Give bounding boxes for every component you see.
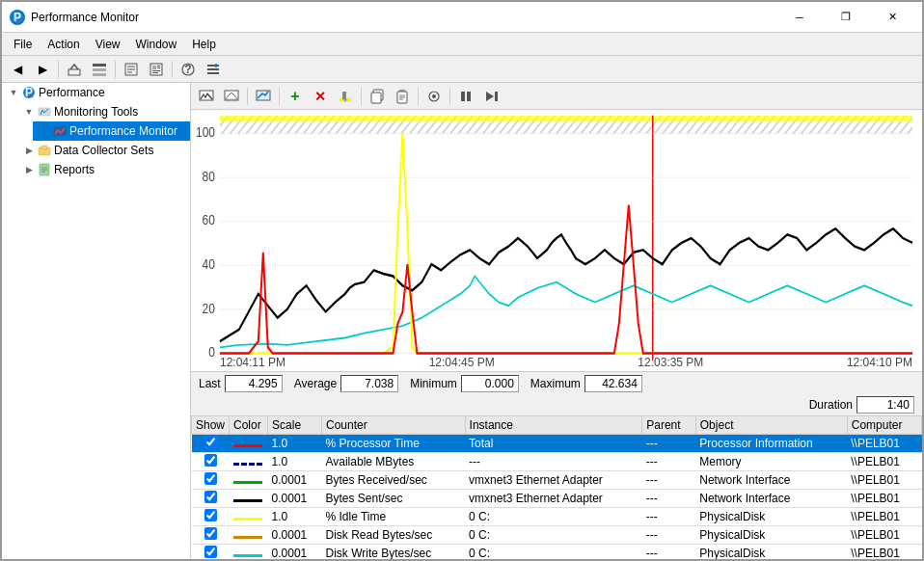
row-instance: ---	[465, 453, 642, 471]
close-button[interactable]: ✕	[870, 2, 914, 33]
minimize-button[interactable]: ─	[777, 2, 822, 33]
view-current-button[interactable]	[252, 86, 275, 107]
menu-view[interactable]: View	[88, 36, 128, 53]
show-hide-button[interactable]	[88, 59, 111, 80]
row-show[interactable]	[192, 471, 230, 490]
svg-rect-12	[157, 66, 160, 67]
x-label-3: 12:04:10 PM	[847, 356, 912, 369]
root-expand-icon[interactable]: ▼	[6, 88, 21, 97]
main-toolbar: ◀ ▶ ?	[2, 56, 922, 83]
data-collector-expand-icon[interactable]: ▶	[21, 146, 37, 155]
row-scale: 0.0001	[268, 526, 322, 545]
row-parent: ---	[642, 526, 696, 545]
help-button[interactable]: ?	[177, 59, 200, 80]
table-row[interactable]: 0.0001 Bytes Sent/sec vmxnet3 Ethernet A…	[192, 490, 922, 508]
row-object: PhysicalDisk	[695, 508, 847, 526]
row-computer: \\PELB01	[847, 471, 921, 490]
row-instance: vmxnet3 Ethernet Adapter	[465, 490, 642, 508]
col-instance: Instance	[465, 416, 642, 435]
menu-action[interactable]: Action	[40, 36, 87, 53]
perfmon-toolbar: + ✕	[191, 83, 922, 110]
delete-counter-button[interactable]: ✕	[309, 86, 332, 107]
row-counter: Disk Read Bytes/sec	[321, 526, 465, 545]
row-parent: ---	[642, 545, 696, 562]
sidebar-item-performance-monitor[interactable]: Performance Monitor	[33, 121, 190, 141]
sidebar-performance-monitor-label: Performance Monitor	[69, 124, 177, 138]
row-show[interactable]	[192, 545, 230, 562]
sidebar-root-label: Performance	[39, 86, 105, 99]
add-counter-button[interactable]: +	[284, 86, 307, 107]
svg-rect-33	[41, 146, 47, 149]
row-color	[230, 526, 268, 545]
row-counter: % Processor Time	[321, 435, 465, 453]
maximize-button[interactable]: ❐	[824, 2, 868, 33]
row-show[interactable]	[192, 435, 230, 453]
data-collector-sets-icon	[37, 143, 52, 158]
row-parent: ---	[642, 435, 696, 453]
row-parent: ---	[642, 471, 696, 490]
table-row[interactable]: 0.0001 Disk Read Bytes/sec 0 C: --- Phys…	[192, 526, 922, 545]
svg-rect-20	[207, 72, 219, 74]
x-label-0: 12:04:11 PM	[220, 356, 285, 369]
forward-button[interactable]: ▶	[31, 59, 54, 80]
row-color	[230, 508, 268, 526]
row-computer: \\PELB01	[847, 435, 921, 453]
svg-rect-11	[152, 66, 156, 69]
menu-help[interactable]: Help	[184, 36, 224, 53]
up-button[interactable]	[63, 59, 86, 80]
col-computer: Computer	[847, 416, 921, 435]
monitoring-tools-expand-icon[interactable]: ▼	[21, 107, 37, 117]
copy-button[interactable]	[366, 86, 389, 107]
table-row[interactable]: 1.0 % Idle Time 0 C: --- PhysicalDisk \\…	[192, 508, 922, 526]
sidebar-monitoring-tools-label: Monitoring Tools	[54, 105, 138, 119]
reports-expand-icon[interactable]: ▶	[21, 165, 37, 174]
sidebar-item-monitoring-tools[interactable]: ▼ Monitoring Tools	[17, 102, 190, 121]
row-object: Processor Information	[695, 435, 847, 453]
sidebar: ▼ P Performance ▼ Monitoring Tools	[2, 83, 191, 561]
properties-button[interactable]	[202, 59, 225, 80]
sidebar-item-reports[interactable]: ▶ Reports	[17, 160, 190, 179]
report-view-button[interactable]	[145, 59, 168, 80]
sidebar-root[interactable]: ▼ P Performance	[2, 83, 190, 102]
new-counter-set-button[interactable]	[195, 86, 218, 107]
svg-text:40: 40	[203, 256, 215, 272]
svg-rect-15	[152, 72, 158, 73]
svg-rect-5	[93, 73, 106, 76]
step-button[interactable]	[479, 86, 503, 107]
properties-button[interactable]	[422, 86, 446, 107]
highlight-button[interactable]	[334, 86, 357, 107]
row-show[interactable]	[192, 508, 230, 526]
col-show: Show	[192, 416, 230, 435]
row-show[interactable]	[192, 526, 230, 545]
last-value: 4.295	[225, 375, 283, 392]
maximum-label: Maximum	[530, 377, 581, 390]
performance-monitor-icon	[52, 123, 68, 139]
main-wrapper: ▼ P Performance ▼ Monitoring Tools	[2, 83, 922, 561]
svg-text:100: 100	[196, 124, 215, 140]
menu-file[interactable]: File	[6, 36, 40, 53]
freeze-button[interactable]	[220, 86, 243, 107]
row-show[interactable]	[192, 453, 230, 471]
sidebar-item-data-collector-sets[interactable]: ▶ Data Collector Sets	[17, 141, 190, 160]
row-instance: 0 C:	[465, 508, 642, 526]
table-row[interactable]: 1.0 % Processor Time Total --- Processor…	[192, 435, 922, 453]
row-counter: Available MBytes	[321, 453, 465, 471]
row-show[interactable]	[192, 490, 230, 508]
table-row[interactable]: 1.0 Available MBytes --- --- Memory \\PE…	[192, 453, 922, 471]
paste-button[interactable]	[391, 86, 414, 107]
table-row[interactable]: 0.0001 Bytes Received/sec vmxnet3 Ethern…	[192, 471, 922, 490]
svg-rect-61	[220, 116, 912, 121]
table-row[interactable]: 0.0001 Disk Write Bytes/sec 0 C: --- Phy…	[192, 545, 922, 562]
back-button[interactable]: ◀	[6, 59, 29, 80]
row-instance: 0 C:	[465, 545, 642, 562]
x-label-2: 12:03:35 PM	[638, 356, 703, 369]
last-label: Last	[199, 377, 221, 390]
svg-rect-55	[467, 92, 471, 101]
window-controls: ─ ❐ ✕	[777, 2, 914, 33]
menu-window[interactable]: Window	[128, 36, 185, 53]
chart-area: 100 80 60 40 20 0 12:04:1	[191, 110, 922, 371]
svg-text:80: 80	[203, 169, 215, 184]
col-scale: Scale	[268, 416, 322, 435]
pause-button[interactable]	[454, 86, 477, 107]
show-log-button[interactable]	[120, 59, 143, 80]
